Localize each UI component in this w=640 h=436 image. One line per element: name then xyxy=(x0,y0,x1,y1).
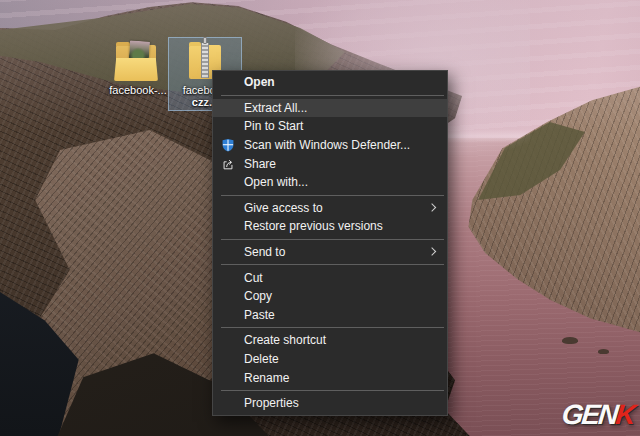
wallpaper-islet xyxy=(598,349,609,354)
share-icon xyxy=(220,156,236,172)
menu-item-delete[interactable]: Delete xyxy=(213,350,447,369)
menu-item-label: Extract All... xyxy=(244,102,307,114)
menu-item-open[interactable]: Open xyxy=(213,73,447,92)
genk-watermark: GENK xyxy=(560,399,635,431)
menu-separator xyxy=(221,327,444,328)
context-menu-items: OpenExtract All...Pin to StartScan with … xyxy=(213,73,447,413)
desktop: facebook-... facebook czz... OpenExtract… xyxy=(0,0,640,436)
menu-separator xyxy=(221,390,444,391)
image-folder-icon xyxy=(112,40,164,82)
menu-separator xyxy=(221,195,444,196)
menu-item-rename[interactable]: Rename xyxy=(213,368,447,387)
genk-watermark-white: GEN xyxy=(561,399,619,430)
menu-item-label: Paste xyxy=(244,309,275,321)
desktop-icon-facebook-folder[interactable]: facebook-... xyxy=(101,38,175,96)
menu-item-label: Share xyxy=(244,158,276,170)
genk-watermark-red: K xyxy=(614,399,635,430)
zipper-icon xyxy=(201,43,209,78)
submenu-chevron-icon xyxy=(428,247,436,255)
menu-item-label: Create shortcut xyxy=(244,334,326,346)
menu-item-pin-to-start[interactable]: Pin to Start xyxy=(213,117,447,136)
menu-separator xyxy=(221,95,444,96)
submenu-chevron-icon xyxy=(428,203,436,211)
menu-item-share[interactable]: Share xyxy=(213,154,447,173)
menu-item-scan-with-windows-defender[interactable]: Scan with Windows Defender... xyxy=(213,136,447,155)
zipper-pull-icon xyxy=(203,37,207,44)
menu-item-paste[interactable]: Paste xyxy=(213,306,447,325)
menu-item-send-to[interactable]: Send to xyxy=(213,243,447,262)
menu-item-label: Send to xyxy=(244,246,285,258)
wallpaper-islet xyxy=(562,337,578,344)
menu-item-give-access-to[interactable]: Give access to xyxy=(213,199,447,218)
menu-item-label: Rename xyxy=(244,372,289,384)
menu-item-label: Delete xyxy=(244,353,279,365)
menu-item-label: Pin to Start xyxy=(244,120,303,132)
menu-item-label: Scan with Windows Defender... xyxy=(244,139,410,151)
icon-label: facebook-... xyxy=(101,84,175,96)
menu-item-label: Cut xyxy=(244,272,263,284)
context-menu: OpenExtract All...Pin to StartScan with … xyxy=(212,70,448,416)
menu-item-open-with[interactable]: Open with... xyxy=(213,173,447,192)
menu-item-copy[interactable]: Copy xyxy=(213,287,447,306)
menu-item-label: Open xyxy=(244,76,275,88)
menu-item-create-shortcut[interactable]: Create shortcut xyxy=(213,331,447,350)
menu-item-label: Give access to xyxy=(244,202,323,214)
menu-item-label: Properties xyxy=(244,397,299,409)
menu-item-label: Copy xyxy=(244,290,272,302)
menu-item-label: Open with... xyxy=(244,176,308,188)
defender-shield-icon xyxy=(220,137,236,153)
menu-separator xyxy=(221,264,444,265)
menu-item-properties[interactable]: Properties xyxy=(213,394,447,413)
menu-item-label: Restore previous versions xyxy=(244,220,383,232)
menu-item-extract-all[interactable]: Extract All... xyxy=(213,99,447,118)
menu-item-restore-previous-versions[interactable]: Restore previous versions xyxy=(213,217,447,236)
menu-separator xyxy=(221,239,444,240)
menu-item-cut[interactable]: Cut xyxy=(213,268,447,287)
